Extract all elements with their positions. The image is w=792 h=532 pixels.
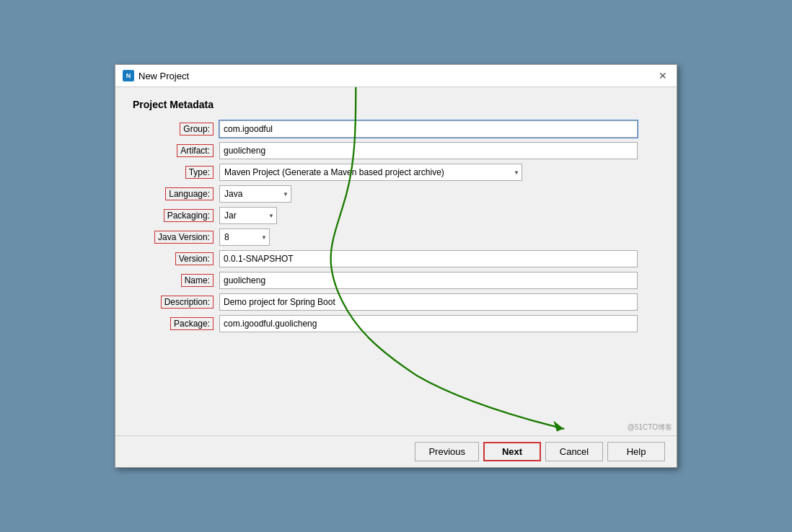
packaging-select[interactable]: Jar War [219,207,277,224]
type-select[interactable]: Maven Project (Generate a Maven based pr… [219,164,522,181]
java-version-label-cell: Java Version: [133,231,219,244]
type-select-wrapper: Maven Project (Generate a Maven based pr… [219,164,659,181]
package-label: Package: [170,317,214,330]
artifact-input-cell [219,142,659,159]
version-label-cell: Version: [133,252,219,265]
name-input[interactable] [219,272,638,289]
packaging-label: Packaging: [164,209,214,222]
dialog-icon: N [123,70,134,81]
description-label-cell: Description: [133,296,219,309]
type-input-cell: Maven Project (Generate a Maven based pr… [219,164,659,181]
type-select-wrapper-inner: Maven Project (Generate a Maven based pr… [219,164,522,181]
language-input-cell: Java Kotlin Groovy ▼ [219,185,659,203]
packaging-select-wrapper: Jar War ▼ [219,207,277,224]
description-label: Description: [161,296,214,309]
form-grid: Group: Artifact: Type: Maven Proj [133,120,659,332]
java-version-select[interactable]: 8 11 17 [219,229,270,246]
svg-marker-0 [553,421,563,432]
version-input[interactable] [219,250,638,267]
group-input-cell [219,120,659,138]
package-label-cell: Package: [133,317,219,330]
type-label: Type: [185,166,214,179]
next-button[interactable]: Next [483,442,541,461]
artifact-label-cell: Artifact: [133,144,219,157]
previous-button[interactable]: Previous [415,442,479,461]
cancel-button[interactable]: Cancel [545,442,603,461]
title-bar: N New Project ✕ [115,65,677,87]
name-label: Name: [181,274,214,287]
group-label-cell: Group: [133,123,219,136]
package-input-cell [219,315,659,332]
group-input[interactable] [219,120,638,138]
section-title: Project Metadata [133,99,659,110]
artifact-input[interactable] [219,142,638,159]
dialog-title: New Project [138,71,189,81]
language-label: Language: [165,187,214,200]
group-label: Group: [180,123,214,136]
description-input[interactable] [219,293,638,311]
title-bar-left: N New Project [123,70,189,81]
package-input[interactable] [219,315,638,332]
language-select[interactable]: Java Kotlin Groovy [219,185,291,203]
name-label-cell: Name: [133,274,219,287]
help-button[interactable]: Help [607,442,665,461]
version-input-cell [219,250,659,267]
type-label-cell: Type: [133,166,219,179]
language-select-wrapper: Java Kotlin Groovy ▼ [219,185,291,203]
version-label: Version: [175,252,214,265]
name-input-cell [219,272,659,289]
new-project-dialog: N New Project ✕ Project Metadata Group: … [115,64,677,468]
description-input-cell [219,293,659,311]
packaging-input-cell: Jar War ▼ [219,207,659,224]
java-version-label: Java Version: [154,231,214,244]
packaging-label-cell: Packaging: [133,209,219,222]
watermark: @51CTO博客 [628,422,672,433]
dialog-footer: Previous Next Cancel Help [115,435,677,467]
close-button[interactable]: ✕ [656,69,669,82]
language-label-cell: Language: [133,187,219,200]
java-version-select-wrapper: 8 11 17 ▼ [219,229,270,246]
artifact-label: Artifact: [177,144,214,157]
dialog-body: Project Metadata Group: Artifact: Type: [115,87,677,435]
java-version-input-cell: 8 11 17 ▼ [219,229,659,246]
